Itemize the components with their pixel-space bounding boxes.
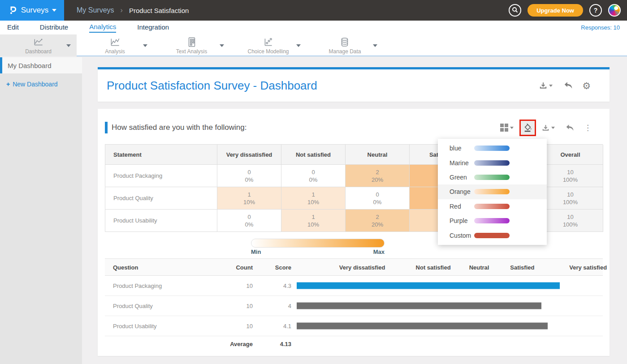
search-button[interactable] — [509, 4, 521, 17]
text-analysis-icon — [186, 36, 198, 48]
ribbon-item-dashboard[interactable]: Dashboard — [0, 34, 77, 56]
breadcrumb-parent-link[interactable]: My Surveys — [77, 6, 114, 14]
section-tabs: Edit Distribute Analytics Integration Re… — [0, 21, 627, 34]
row-statement: Product Usability — [105, 210, 217, 232]
overall-cell: 10100% — [538, 187, 603, 210]
avatar[interactable] — [608, 4, 621, 17]
tab-integration[interactable]: Integration — [137, 23, 169, 32]
column-header: Neutral — [346, 145, 410, 165]
matrix-cell: 00% — [217, 210, 281, 232]
widget-download-button[interactable] — [542, 124, 555, 132]
plus-icon: + — [6, 81, 10, 88]
chevron-down-icon — [510, 127, 514, 129]
ribbon-item-manage-data[interactable]: Manage Data — [307, 34, 383, 56]
chevron-down-icon[interactable] — [143, 44, 147, 47]
scale-label: Satisfied — [510, 264, 534, 271]
download-icon — [542, 124, 549, 132]
chevron-down-icon[interactable] — [296, 44, 301, 47]
chevron-down-icon[interactable] — [373, 44, 377, 47]
tab-analytics[interactable]: Analytics — [89, 23, 116, 33]
dashboard-title-panel: Product Satisfaction Survey - Dashboard … — [98, 69, 610, 102]
app-switcher[interactable]: Surveys — [0, 0, 64, 21]
question-accent-bar — [105, 122, 108, 133]
undo-icon — [563, 81, 573, 90]
matrix-cell: 220% — [346, 165, 410, 187]
ribbon-item-choice-modelling[interactable]: Choice Modelling — [230, 34, 307, 56]
column-header: Statement — [105, 145, 217, 165]
matrix-cell: 00% — [346, 187, 410, 210]
sidebar-item-my-dashboard[interactable]: My Dashboard — [0, 57, 82, 73]
gradient-swatch — [474, 233, 510, 238]
color-option-marine[interactable]: Marine — [438, 155, 547, 170]
scale-label: Very satisfied — [569, 264, 607, 271]
analysis-chart-icon — [109, 36, 121, 48]
question-title: How satisfied are you with the following… — [112, 123, 246, 132]
ribbon-item-label: Choice Modelling — [247, 48, 289, 55]
gradient-swatch — [474, 218, 510, 223]
color-option-red[interactable]: Red — [438, 199, 547, 214]
color-option-custom[interactable]: Custom — [438, 228, 547, 243]
help-icon: ? — [594, 7, 598, 14]
paint-bucket-icon — [523, 123, 533, 133]
chevron-down-icon[interactable] — [66, 44, 71, 47]
dashboard-chart-icon — [33, 36, 44, 48]
color-option-orange[interactable]: Orange — [438, 184, 547, 199]
score-row: Product Quality 10 4 — [105, 296, 603, 316]
matrix-cell: 220% — [346, 210, 410, 232]
ribbon-item-analysis[interactable]: Analysis — [77, 34, 153, 56]
chevron-down-icon — [549, 85, 553, 87]
responses-count: Responses: 10 — [581, 24, 620, 31]
color-scheme-button[interactable] — [519, 120, 536, 136]
product-name: Surveys — [21, 6, 48, 15]
matrix-cell: 110% — [281, 187, 346, 210]
color-option-purple[interactable]: Purple — [438, 214, 547, 228]
top-bar: Surveys My Surveys › Product Satisfactio… — [0, 0, 627, 21]
download-icon — [539, 81, 547, 90]
dashboard-sidebar: My Dashboard + New Dashboard — [0, 57, 82, 364]
page-title: Product Satisfaction Survey - Dashboard — [107, 79, 317, 93]
color-option-green[interactable]: Green — [438, 170, 547, 184]
ribbon-item-label: Dashboard — [25, 48, 52, 55]
score-bar — [297, 303, 541, 309]
tab-distribute[interactable]: Distribute — [40, 23, 68, 32]
row-statement: Product Packaging — [105, 165, 217, 187]
row-statement: Product Quality — [105, 187, 217, 210]
gradient-swatch — [474, 189, 510, 194]
ribbon-item-text-analysis[interactable]: Text Analysis — [153, 34, 230, 56]
matrix-cell: 110% — [217, 187, 281, 210]
choice-modelling-icon — [263, 36, 274, 48]
widget-undo-button[interactable] — [565, 124, 575, 132]
column-header: Not satisfied — [281, 145, 346, 165]
proprofs-logo-icon — [8, 4, 17, 17]
gradient-swatch — [474, 146, 510, 151]
new-dashboard-button[interactable]: + New Dashboard — [6, 81, 82, 88]
scale-label: Not satisfied — [416, 264, 451, 271]
average-label: Average — [217, 341, 253, 347]
database-icon — [339, 36, 350, 48]
chevron-down-icon[interactable] — [220, 44, 224, 47]
ribbon-item-label: Analysis — [105, 48, 125, 55]
matrix-cell: 00% — [217, 165, 281, 187]
matrix-cell: 110% — [281, 210, 346, 232]
color-option-blue[interactable]: blue — [438, 141, 547, 155]
breadcrumb: My Surveys › Product Satisfaction — [77, 6, 189, 14]
kebab-menu-icon[interactable]: ⋮ — [584, 123, 592, 133]
settings-button[interactable]: ⚙ — [582, 81, 591, 90]
search-icon — [512, 7, 518, 14]
chart-type-button[interactable] — [500, 124, 514, 132]
chevron-down-icon — [551, 127, 555, 129]
undo-button[interactable] — [563, 81, 573, 90]
color-scheme-menu: blue Marine Green Orange Red Purple Cust… — [438, 139, 547, 245]
help-button[interactable]: ? — [589, 4, 602, 17]
export-download-button[interactable] — [539, 81, 553, 90]
overall-cell: 10100% — [538, 210, 603, 232]
tab-edit[interactable]: Edit — [7, 23, 19, 32]
overall-cell: 10100% — [538, 165, 603, 187]
upgrade-now-button[interactable]: Upgrade Now — [528, 4, 583, 17]
undo-icon — [565, 124, 575, 132]
breadcrumb-separator: › — [121, 6, 123, 14]
score-bar — [297, 283, 560, 289]
matrix-cell: 00% — [281, 165, 346, 187]
heatmap-gradient-legend — [251, 239, 385, 248]
column-header: Overall — [538, 145, 603, 165]
